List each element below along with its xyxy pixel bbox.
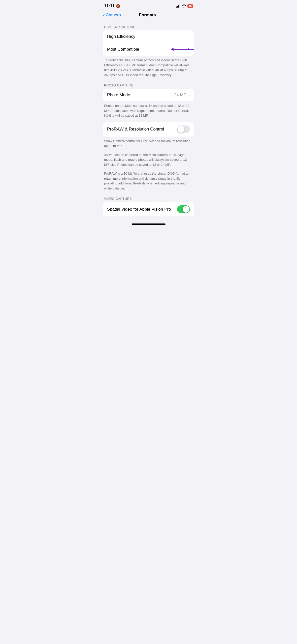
arrow-line <box>174 49 194 50</box>
proraw-footer2: 48 MP can be captured on the Main camera… <box>99 152 198 171</box>
nav-bar: ‹ Camera Formats <box>99 11 198 21</box>
photo-mode-label: Photo Mode <box>107 92 130 98</box>
arrow-head-icon <box>171 48 174 51</box>
toggle-knob-spatial <box>183 206 189 213</box>
photo-capture-header: PHOTO CAPTURE <box>99 81 198 89</box>
back-label: Camera <box>106 13 121 18</box>
camera-capture-header: CAMERA CAPTURE <box>99 23 198 30</box>
signal-bars-icon <box>176 5 180 8</box>
status-icons: 16 <box>176 4 193 8</box>
home-indicator <box>132 223 166 225</box>
spatial-video-row[interactable]: Spatial Video for Apple Vision Pro <box>103 202 194 216</box>
camera-capture-footer: To reduce file size, capture photos and … <box>99 56 198 81</box>
spatial-video-label: Spatial Video for Apple Vision Pro <box>107 207 171 212</box>
most-compatible-row[interactable]: Most Compatible ✓ <box>103 43 194 56</box>
annotation-arrow <box>171 48 194 51</box>
proraw-card: ProRAW & Resolution Control <box>103 122 194 137</box>
photo-mode-row[interactable]: Photo Mode 24 MP › <box>103 89 194 101</box>
photo-mode-card: Photo Mode 24 MP › <box>103 89 194 101</box>
page-title: Formats <box>139 13 156 18</box>
status-time: 11:11 <box>104 4 115 9</box>
camera-capture-card: High Efficiency Most Compatible ✓ <box>103 30 194 56</box>
chevron-left-icon: ‹ <box>103 12 105 18</box>
wifi-icon <box>182 5 186 8</box>
battery-badge: 16 <box>187 4 193 8</box>
proraw-label: ProRAW & Resolution Control <box>107 127 164 132</box>
toggle-knob <box>178 126 184 133</box>
main-content: CAMERA CAPTURE High Efficiency Most Comp… <box>99 21 198 218</box>
spatial-video-toggle[interactable] <box>177 205 190 213</box>
proraw-toggle[interactable] <box>177 125 190 133</box>
photo-mode-value: 24 MP <box>174 92 186 98</box>
status-bar: 11:11 🔕 16 <box>99 0 198 11</box>
high-efficiency-row[interactable]: High Efficiency <box>103 30 194 43</box>
video-capture-header: VIDEO CAPTURE <box>99 195 198 202</box>
high-efficiency-label: High Efficiency <box>107 34 135 39</box>
proraw-row[interactable]: ProRAW & Resolution Control <box>103 122 194 137</box>
chevron-right-icon: › <box>188 92 190 98</box>
most-compatible-label: Most Compatible <box>107 47 139 52</box>
photo-mode-footer: Photos on the Main camera at 1× can be s… <box>99 101 198 122</box>
back-button[interactable]: ‹ Camera <box>103 12 121 18</box>
proraw-footer3: ProRAW is a 10-bit file that uses the Li… <box>99 171 198 195</box>
video-capture-card: Spatial Video for Apple Vision Pro <box>103 202 194 216</box>
notification-bell-icon: 🔕 <box>116 4 120 8</box>
proraw-footer1: Show Camera control for ProRAW and maxim… <box>99 137 198 152</box>
photo-mode-right: 24 MP › <box>174 92 190 98</box>
